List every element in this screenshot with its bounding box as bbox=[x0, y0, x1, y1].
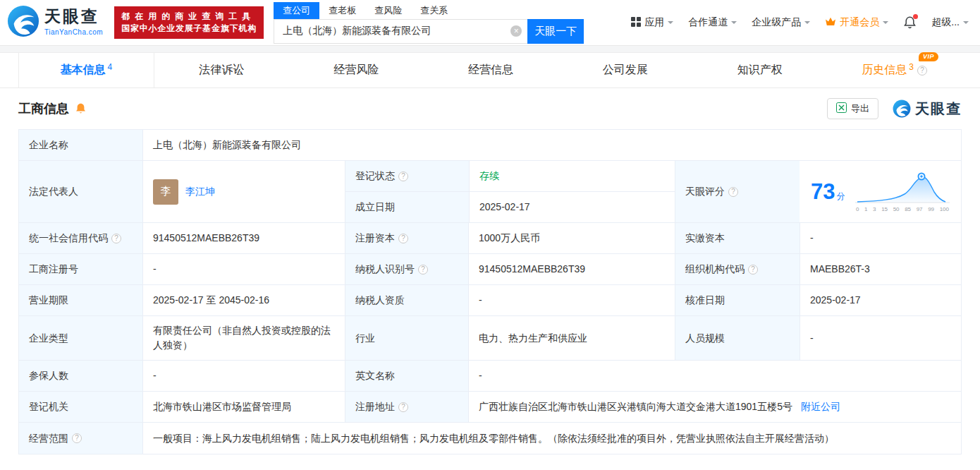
tab-development-label: 公司发展 bbox=[603, 63, 648, 78]
help-icon[interactable] bbox=[111, 234, 121, 243]
tab-operating-info[interactable]: 经营信息 bbox=[424, 53, 558, 88]
score-unit: 分 bbox=[836, 191, 845, 201]
help-icon[interactable] bbox=[398, 234, 408, 243]
insured-count-label: 参保人数 bbox=[29, 368, 68, 383]
tab-history-info[interactable]: 历史信息 3 VIP bbox=[827, 53, 962, 88]
search-tabs: 查公司 查老板 查风险 查关系 bbox=[274, 2, 584, 19]
help-icon[interactable] bbox=[398, 402, 408, 412]
reg-authority-label: 登记机关 bbox=[29, 399, 68, 414]
nav-apps-label: 应用 bbox=[644, 16, 664, 29]
company-tabbar: 基本信息 4 法律诉讼 经营风险 经营信息 公司发展 知识产权 历史信息 3 V… bbox=[0, 53, 980, 88]
tab-operating-risk[interactable]: 经营风险 bbox=[289, 53, 424, 88]
staff-size-label: 人员规模 bbox=[685, 331, 725, 346]
vip-badge: VIP bbox=[919, 52, 938, 61]
help-icon[interactable] bbox=[418, 265, 428, 275]
logo-text: 天眼查 bbox=[44, 7, 99, 25]
search-tab-relation[interactable]: 查关系 bbox=[411, 2, 457, 19]
tianyancha-logo-icon bbox=[7, 5, 39, 40]
logo-domain: TianYanCha.com bbox=[44, 28, 103, 36]
search-input[interactable] bbox=[281, 25, 510, 37]
section-header: 工商信息 导出 天眼查 bbox=[18, 88, 962, 129]
table-row: 法定代表人 李 李江坤 登记状态 存续 成立日期 2025-02-17 天眼评分… bbox=[19, 161, 961, 223]
brand-text: 天眼查 bbox=[915, 100, 962, 119]
nav-enterprise-label: 企业级产品 bbox=[752, 16, 801, 29]
subscribe-bell-icon[interactable] bbox=[75, 102, 87, 115]
tab-ip-label: 知识产权 bbox=[737, 63, 783, 78]
table-row: 工商注册号 - 纳税人识别号 91450512MAEBB26T39 组织机构代码… bbox=[19, 254, 961, 285]
est-date-label: 成立日期 bbox=[355, 200, 395, 215]
company-name-value: 上电（北海）新能源装备有限公司 bbox=[153, 138, 301, 152]
business-scope-label: 经营范围 bbox=[29, 431, 68, 446]
table-row: 统一社会信用代码 91450512MAEBB26T39 注册资本 1000万人民… bbox=[19, 223, 961, 254]
table-row: 参保人数 - 英文名称 - bbox=[19, 361, 961, 392]
company-name-label: 企业名称 bbox=[29, 138, 68, 152]
header-divider bbox=[0, 45, 980, 53]
approval-date-label: 核准日期 bbox=[685, 293, 725, 308]
tianyancha-logo[interactable]: 天眼查 TianYanCha.com bbox=[7, 5, 103, 40]
help-icon[interactable] bbox=[748, 265, 758, 275]
tab-operation-label: 经营信息 bbox=[468, 63, 513, 78]
legal-rep-label: 法定代表人 bbox=[29, 184, 78, 199]
legal-rep-link[interactable]: 李江坤 bbox=[185, 184, 215, 199]
help-icon[interactable] bbox=[917, 66, 927, 76]
table-row: 经营范围 一般项目：海上风力发电机组销售；陆上风力发电机组销售；风力发电机组及零… bbox=[19, 423, 961, 454]
slogan-banner: 都在用的商业查询工具 国家中小企业发展子基金旗下机构 bbox=[114, 6, 264, 39]
reg-authority-value: 北海市铁山港区市场监督管理局 bbox=[153, 399, 291, 414]
paid-capital-label: 实缴资本 bbox=[685, 231, 725, 246]
org-code-value: MAEBB26T-3 bbox=[810, 262, 870, 277]
est-date-value: 2025-02-17 bbox=[479, 200, 530, 215]
notification-bell[interactable] bbox=[903, 16, 917, 30]
taxpayer-id-value: 91450512MAEBB26T39 bbox=[479, 262, 585, 277]
help-icon[interactable] bbox=[398, 171, 408, 181]
help-icon[interactable] bbox=[72, 433, 82, 443]
english-name-value: - bbox=[479, 368, 482, 383]
top-header: 天眼查 TianYanCha.com 都在用的商业查询工具 国家中小企业发展子基… bbox=[0, 0, 980, 45]
search-tab-boss[interactable]: 查老板 bbox=[319, 2, 365, 19]
tab-legal[interactable]: 法律诉讼 bbox=[154, 53, 289, 88]
table-row: 企业类型 有限责任公司（非自然人投资或控股的法人独资） 行业 电力、热力生产和供… bbox=[19, 316, 961, 361]
company-type-value: 有限责任公司（非自然人投资或控股的法人独资） bbox=[153, 323, 335, 353]
business-scope-value: 一般项目：海上风力发电机组销售；陆上风力发电机组销售；风力发电机组及零部件销售。… bbox=[153, 431, 834, 446]
credit-code-value: 91450512MAEBB26T39 bbox=[153, 231, 259, 246]
tab-intellectual-property[interactable]: 知识产权 bbox=[692, 53, 827, 88]
paid-capital-value: - bbox=[810, 231, 814, 246]
help-icon[interactable] bbox=[728, 187, 738, 197]
tab-history-label: 历史信息 bbox=[862, 63, 907, 78]
chart-axis-ticks: 0131550859799100 bbox=[855, 206, 950, 212]
legal-rep-avatar: 李 bbox=[153, 179, 178, 205]
search-tab-risk[interactable]: 查风险 bbox=[365, 2, 411, 19]
reg-address-label: 注册地址 bbox=[355, 399, 395, 414]
chevron-down-icon bbox=[804, 21, 810, 27]
section-title: 工商信息 bbox=[18, 100, 69, 117]
tab-company-development[interactable]: 公司发展 bbox=[558, 53, 692, 88]
search-button[interactable]: 天眼一下 bbox=[527, 19, 584, 44]
nav-user-account[interactable]: 超级... bbox=[931, 16, 969, 29]
insured-count-value: - bbox=[153, 368, 157, 383]
tab-basic-label: 基本信息 bbox=[61, 63, 106, 78]
score-value: 73 bbox=[811, 179, 835, 204]
business-term-value: 2025-02-17 至 2045-02-16 bbox=[153, 293, 269, 308]
slogan-line1: 都在用的商业查询工具 bbox=[121, 11, 257, 23]
reg-status-label: 登记状态 bbox=[355, 169, 395, 183]
chevron-down-icon bbox=[883, 21, 888, 27]
nav-enterprise[interactable]: 企业级产品 bbox=[752, 16, 810, 29]
english-name-label: 英文名称 bbox=[355, 368, 395, 383]
company-type-label: 企业类型 bbox=[29, 331, 68, 346]
search-tab-company[interactable]: 查公司 bbox=[274, 2, 319, 19]
export-button[interactable]: 导出 bbox=[827, 98, 878, 119]
slogan-line2: 国家中小企业发展子基金旗下机构 bbox=[121, 23, 257, 35]
search-area: 查公司 查老板 查风险 查关系 天眼一下 bbox=[274, 2, 584, 44]
nav-partner[interactable]: 合作通道 bbox=[688, 16, 737, 29]
top-nav: 应用 合作通道 企业级产品 开通会员 超级... bbox=[631, 16, 969, 30]
tab-basic-info[interactable]: 基本信息 4 bbox=[18, 53, 154, 88]
nearby-companies-link[interactable]: 附近公司 bbox=[801, 399, 840, 414]
tab-risk-label: 经营风险 bbox=[333, 63, 379, 78]
clear-search-icon[interactable] bbox=[510, 25, 522, 37]
nav-open-vip[interactable]: 开通会员 bbox=[825, 16, 888, 29]
org-code-label: 组织机构代码 bbox=[685, 262, 745, 277]
nav-open-vip-label: 开通会员 bbox=[840, 16, 879, 29]
notification-dot bbox=[913, 14, 918, 19]
tab-history-count: 3 bbox=[909, 62, 914, 72]
table-row: 企业名称 上电（北海）新能源装备有限公司 bbox=[19, 130, 961, 161]
nav-apps[interactable]: 应用 bbox=[631, 16, 673, 29]
